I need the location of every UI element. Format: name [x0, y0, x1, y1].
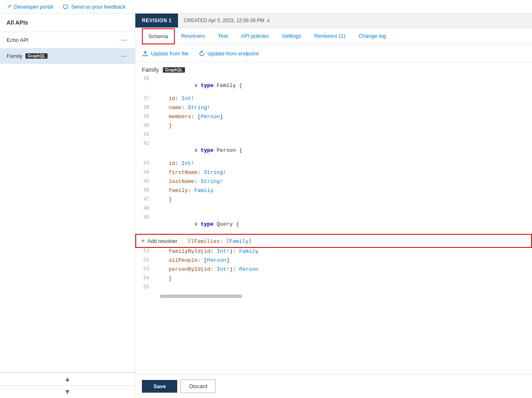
- tab-resolvers-label: Resolvers: [181, 33, 205, 39]
- code-line-48: 48: [135, 205, 532, 214]
- update-from-file-button[interactable]: Update from file: [142, 50, 189, 57]
- content-area: REVISION 1 CREATED Apr 5, 2023, 12:56:39…: [135, 14, 532, 398]
- code-line-42: 42 ∨ type Person {: [135, 140, 532, 160]
- family-api-name: Family: [7, 53, 22, 59]
- revision-dropdown-icon[interactable]: ∨: [267, 18, 270, 23]
- save-label: Save: [153, 383, 166, 389]
- tab-resolvers[interactable]: Resolvers: [175, 28, 212, 45]
- revision-info: CREATED Apr 5, 2023, 12:56:39 PM ∨: [178, 14, 276, 27]
- code-editor[interactable]: 36 ∨ type Family { 37 id: Int! 38 name: …: [135, 75, 532, 374]
- horizontal-scrollbar[interactable]: [135, 293, 532, 300]
- all-apis-label: All APIs: [7, 19, 28, 26]
- code-line-51: 51 familyById(id: Int!): Family: [135, 248, 532, 257]
- tab-test[interactable]: Test: [212, 28, 235, 45]
- code-line-49: 49 ∨ type Query {: [135, 214, 532, 234]
- family-api-ellipsis[interactable]: ···: [119, 52, 128, 59]
- code-line-38: 38 name: String!: [135, 104, 532, 113]
- collapse-chevron-36[interactable]: ∨: [194, 82, 201, 89]
- sidebar-item-echo-api[interactable]: Echo API ···: [0, 32, 135, 48]
- code-line-55: 55: [135, 284, 532, 293]
- update-from-endpoint-button[interactable]: Update from endpoint: [199, 50, 259, 57]
- tab-schema-label: Schema: [148, 33, 168, 39]
- schema-graphql-badge: GraphQL: [163, 67, 185, 73]
- main-layout: All APIs Echo API ··· Family GraphQL ···…: [0, 14, 532, 398]
- revision-created-label: CREATED Apr 5, 2023, 12:56:39 PM: [184, 18, 264, 23]
- developer-portal-link[interactable]: ↗ Developer portal: [7, 3, 53, 10]
- tab-changelog[interactable]: Change log: [352, 28, 393, 45]
- revision-tab-label: REVISION 1: [142, 18, 171, 23]
- collapse-chevron-42[interactable]: ∨: [194, 147, 201, 153]
- footer-bar: Save Discard: [135, 374, 532, 398]
- feedback-link[interactable]: Send us your feedback: [63, 3, 126, 10]
- code-line-46: 46 family: Family: [135, 187, 532, 196]
- code-line-40: 40 }: [135, 122, 532, 131]
- code-line-53: 53 personById(id: Int!): Person: [135, 266, 532, 275]
- sidebar-scroll-down[interactable]: ▼: [0, 385, 135, 398]
- add-resolver-code-type: Family: [229, 238, 249, 244]
- collapse-chevron-49[interactable]: ∨: [194, 221, 201, 227]
- code-line-43: 43 id: Int!: [135, 160, 532, 169]
- update-from-endpoint-label: Update from endpoint: [208, 50, 259, 57]
- external-link-icon: ↗: [7, 3, 11, 10]
- code-line-52: 52 allPeople: [Person]: [135, 257, 532, 266]
- tab-api-policies-label: API policies: [241, 33, 269, 39]
- add-resolver-label: Add resolver: [147, 238, 177, 244]
- save-button[interactable]: Save: [142, 380, 177, 393]
- code-line-47: 47 }: [135, 196, 532, 205]
- sidebar-scroll-up[interactable]: ▲: [0, 373, 135, 385]
- tab-settings[interactable]: Settings: [275, 28, 308, 45]
- code-line-45: 45 lastName: String!: [135, 178, 532, 187]
- code-line-39: 39 members: [Person]: [135, 113, 532, 122]
- add-resolver-bar: + Add resolver llFamilies: [Family]: [135, 234, 532, 248]
- add-resolver-code-suffix: ]: [249, 238, 252, 244]
- feedback-icon: [63, 3, 68, 10]
- echo-api-name: Echo API: [7, 37, 28, 43]
- code-line-44: 44 firstName: String!: [135, 169, 532, 178]
- code-line-41: 41: [135, 131, 532, 140]
- toolbar: Update from file Update from endpoint: [135, 45, 532, 62]
- tab-revisions-label: Revisions (1): [314, 33, 345, 39]
- revision-tab[interactable]: REVISION 1: [135, 14, 178, 27]
- add-resolver-button[interactable]: + Add resolver: [136, 235, 183, 247]
- feedback-label: Send us your feedback: [71, 4, 126, 10]
- sidebar-scroll[interactable]: Echo API ··· Family GraphQL ···: [0, 32, 135, 372]
- schema-name-label: Family: [142, 66, 159, 73]
- revision-header: REVISION 1 CREATED Apr 5, 2023, 12:56:39…: [135, 14, 532, 28]
- update-from-file-label: Update from file: [151, 50, 189, 57]
- add-resolver-code-snippet: llFamilies: [Family]: [183, 236, 531, 247]
- schema-content: Family GraphQL 36 ∨ type Family { 37 id:…: [135, 62, 532, 374]
- code-line-37: 37 id: Int!: [135, 95, 532, 104]
- tab-schema[interactable]: Schema: [142, 28, 175, 44]
- code-line-36: 36 ∨ type Family {: [135, 75, 532, 95]
- graphql-badge: GraphQL: [25, 53, 47, 59]
- discard-button[interactable]: Discard: [180, 380, 216, 393]
- tabs-bar: Schema Resolvers Test API policies Setti…: [135, 28, 532, 45]
- tab-test-label: Test: [218, 33, 228, 39]
- tab-api-policies[interactable]: API policies: [234, 28, 275, 45]
- echo-api-ellipsis[interactable]: ···: [119, 36, 128, 43]
- code-line-54: 54 }: [135, 275, 532, 284]
- tab-revisions[interactable]: Revisions (1): [308, 28, 352, 45]
- developer-portal-label: Developer portal: [14, 4, 53, 10]
- tab-changelog-label: Change log: [358, 33, 386, 39]
- sidebar: All APIs Echo API ··· Family GraphQL ···…: [0, 14, 135, 398]
- discard-label: Discard: [189, 383, 207, 389]
- refresh-icon: [199, 50, 205, 57]
- tab-settings-label: Settings: [282, 33, 301, 39]
- top-bar: ↗ Developer portal Send us your feedback: [0, 0, 532, 14]
- sidebar-header: All APIs: [0, 14, 135, 32]
- add-resolver-code-prefix: llFamilies: [: [187, 238, 229, 244]
- plus-icon: +: [141, 237, 145, 245]
- sidebar-item-family[interactable]: Family GraphQL ···: [0, 48, 135, 64]
- schema-title-bar: Family GraphQL: [135, 62, 532, 75]
- upload-icon: [142, 50, 148, 57]
